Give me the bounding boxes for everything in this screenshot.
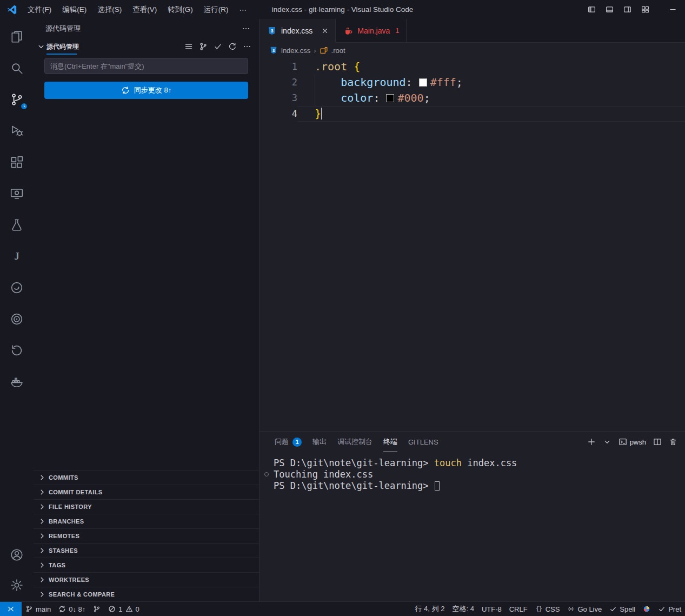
activity-item-gradle[interactable]: [0, 272, 34, 303]
pinwheel-icon: [643, 605, 650, 613]
color-swatch[interactable]: [419, 78, 427, 87]
command-decoration-icon[interactable]: [264, 472, 269, 476]
activity-item-explorer[interactable]: [0, 21, 34, 52]
code-token: #fff: [430, 76, 456, 89]
remote-icon: [10, 187, 24, 201]
section-search-compare[interactable]: SEARCH & COMPARE: [34, 587, 259, 601]
activity-item-source-control[interactable]: [0, 84, 34, 115]
activity-item-docker[interactable]: [0, 366, 34, 398]
sidebar-more-icon[interactable]: [242, 24, 250, 33]
sidebar-sections: COMMITSCOMMIT DETAILSFILE HISTORYBRANCHE…: [34, 470, 259, 601]
section-commit-details[interactable]: COMMIT DETAILS: [34, 485, 259, 499]
status-prettier[interactable]: Pret: [654, 602, 685, 616]
status-extension-status[interactable]: [639, 602, 654, 616]
braces-icon: {}: [535, 605, 543, 613]
section-stashes[interactable]: STASHES: [34, 543, 259, 558]
section-file-history[interactable]: FILE HISTORY: [34, 499, 259, 514]
commit-message-input[interactable]: [44, 58, 248, 74]
menu-view[interactable]: 查看(V): [128, 3, 162, 16]
status-problems[interactable]: 10: [104, 602, 143, 616]
panel-action-split-terminal[interactable]: [653, 438, 662, 446]
customize-layout-button[interactable]: [636, 0, 654, 19]
tab-main-java[interactable]: Main.java1: [336, 19, 406, 43]
toggle-secondary-sidebar-button[interactable]: [619, 0, 636, 19]
section-worktrees[interactable]: WORKTREES: [34, 572, 259, 587]
menu-selection[interactable]: 选择(S): [92, 3, 127, 16]
commit-graph-button[interactable]: [199, 42, 208, 51]
breadcrumb-symbol[interactable]: .root: [331, 47, 345, 55]
panel-tab-label: GITLENS: [408, 433, 438, 452]
toggle-primary-sidebar-button[interactable]: [583, 0, 601, 19]
status-commit-graph[interactable]: [89, 602, 104, 616]
tab-index-css[interactable]: 3index.css: [260, 19, 336, 43]
activity-item-gitlens-inspect[interactable]: [0, 335, 34, 366]
panel-action-new-terminal[interactable]: [587, 438, 596, 446]
scm-collapse-chevron-icon[interactable]: [37, 42, 45, 51]
minimize-button[interactable]: [664, 0, 682, 19]
activity-item-manage[interactable]: [0, 570, 34, 600]
scm-section-header[interactable]: 源代码管理: [34, 38, 259, 55]
close-tab-icon[interactable]: [321, 27, 329, 35]
terminal[interactable]: PS D:\git\note\git-learning> touch index…: [260, 452, 685, 601]
activity-item-search[interactable]: [0, 52, 34, 84]
panel-tab-output[interactable]: 输出: [307, 432, 332, 452]
section-remotes[interactable]: REMOTES: [34, 528, 259, 543]
activity-item-accounts[interactable]: [0, 540, 34, 570]
menu-run[interactable]: 运行(R): [199, 3, 234, 16]
sync-icon: [58, 605, 66, 613]
panel-tab-label: 调试控制台: [337, 432, 373, 452]
status-spell[interactable]: Spell: [606, 602, 639, 616]
sync-icon: [121, 86, 130, 95]
status-sync-changes[interactable]: 0↓ 8↑: [55, 602, 89, 616]
section-branches[interactable]: BRANCHES: [34, 514, 259, 528]
panel-action-terminal-profile[interactable]: pwsh: [619, 438, 646, 446]
status-eol[interactable]: CRLF: [506, 602, 531, 616]
activity-item-remote-explorer[interactable]: [0, 178, 34, 209]
toggle-panel-button[interactable]: [601, 0, 619, 19]
vscode-window: 文件(F)编辑(E)选择(S)查看(V)转到(G)运行(R)⋯ index.cs…: [0, 0, 685, 616]
status-remote[interactable]: [0, 602, 22, 616]
section-commits[interactable]: COMMITS: [34, 470, 259, 485]
code-token: background: [341, 76, 405, 89]
activity-item-run-and-debug[interactable]: [0, 115, 34, 147]
status-cursor-position[interactable]: 行 4, 列 2: [411, 602, 449, 616]
status-indentation[interactable]: 空格: 4: [448, 602, 477, 616]
sync-changes-button[interactable]: 同步更改 8↑: [44, 82, 248, 99]
status-branch[interactable]: main: [22, 602, 55, 616]
activity-item-extensions[interactable]: [0, 147, 34, 178]
panel-tab-label: 输出: [312, 432, 327, 452]
color-swatch[interactable]: [386, 94, 394, 102]
status-encoding[interactable]: UTF-8: [478, 602, 506, 616]
java-icon: J: [10, 249, 24, 263]
view-and-sort-button[interactable]: [184, 42, 193, 51]
refresh-button[interactable]: [228, 42, 237, 51]
panel-tab-problems[interactable]: 问题1: [269, 432, 307, 452]
status-go-live[interactable]: Go Live: [563, 602, 606, 616]
status-language-mode[interactable]: {}CSS: [531, 602, 564, 616]
panel-action-launch-profile[interactable]: [603, 438, 611, 446]
activity-item-java-projects[interactable]: J: [0, 241, 34, 272]
sidebar: 源代码管理 源代码管理 同步更改 8↑ COMMITSCOMMIT DETAIL…: [34, 19, 260, 601]
menu-edit[interactable]: 编辑(E): [57, 3, 91, 16]
activity-item-testing[interactable]: [0, 209, 34, 241]
menu-more[interactable]: ⋯: [235, 4, 252, 16]
scm-section-title: 源代码管理: [46, 42, 79, 51]
history-icon: [10, 343, 24, 357]
section-tags[interactable]: TAGS: [34, 558, 259, 572]
more-actions-button[interactable]: [243, 42, 251, 51]
chevron-right-icon: [38, 575, 46, 584]
panel-action-kill-terminal[interactable]: [669, 438, 677, 446]
breadcrumb-file[interactable]: index.css: [281, 47, 310, 55]
activity-item-gitlens[interactable]: [0, 303, 34, 335]
menu-file[interactable]: 文件(F): [23, 3, 56, 16]
terminal-profile-label: pwsh: [630, 438, 646, 446]
editor[interactable]: 1.root {2 background: #fff;3 color: #000…: [260, 58, 685, 431]
panel-tab-gitlens[interactable]: GITLENS: [403, 432, 444, 452]
title-bar: 文件(F)编辑(E)选择(S)查看(V)转到(G)运行(R)⋯ index.cs…: [0, 0, 685, 19]
panel-tab-terminal[interactable]: 终端: [378, 432, 403, 452]
scm-toolbar: [184, 42, 251, 51]
status-language-mode-label: CSS: [546, 605, 560, 613]
menu-go[interactable]: 转到(G): [163, 3, 198, 16]
panel-tab-debug-console[interactable]: 调试控制台: [332, 432, 378, 452]
commit-button[interactable]: [214, 42, 222, 51]
